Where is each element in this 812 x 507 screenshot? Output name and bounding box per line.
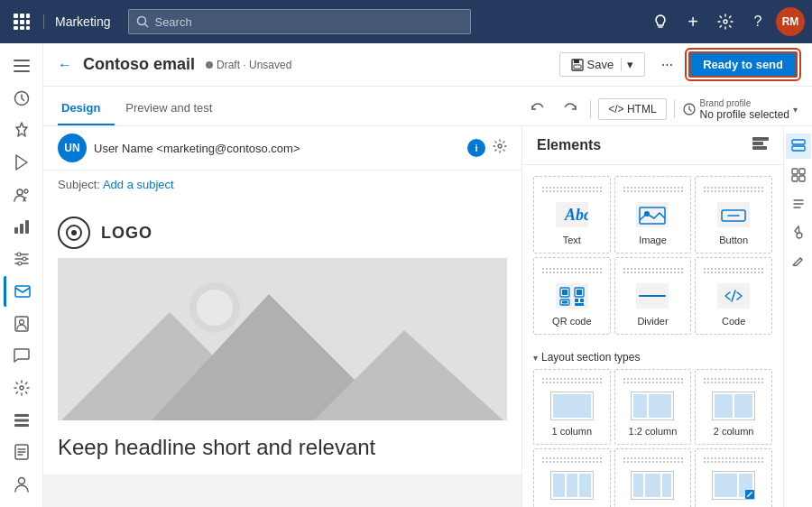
panel-header-icon[interactable]: [752, 137, 769, 153]
plus-icon[interactable]: +: [678, 7, 707, 36]
help-icon[interactable]: ?: [743, 7, 772, 36]
more-button[interactable]: ⋯: [652, 51, 681, 79]
redo-button[interactable]: [558, 97, 583, 122]
email-canvas[interactable]: UN User Name <marketing@contoso.com> i S…: [43, 126, 521, 507]
svg-point-17: [17, 189, 23, 195]
tab-design[interactable]: Design: [58, 92, 115, 125]
element-dots: [623, 186, 684, 193]
svg-rect-14: [14, 70, 30, 72]
subject-link[interactable]: Add a subject: [103, 178, 174, 191]
element-dots: [541, 186, 603, 193]
layout-chevron[interactable]: ▾: [533, 353, 538, 363]
lightbulb-icon[interactable]: [646, 7, 675, 36]
sidebar-item-play[interactable]: [4, 147, 40, 178]
sidebar-item-person[interactable]: [4, 469, 40, 500]
save-label: Save: [587, 58, 614, 71]
svg-rect-66: [580, 299, 584, 302]
elements-grid: Abc Text I: [522, 165, 783, 346]
sidebar-item-settings-bottom[interactable]: [4, 373, 40, 403]
email-settings-icon[interactable]: [493, 139, 507, 157]
header-bar: ← Contoso email Draft · Unsaved Save ▾ ⋯…: [43, 43, 812, 87]
element-qr[interactable]: QR code: [533, 257, 611, 335]
status-dot: [206, 61, 213, 69]
svg-line-10: [145, 24, 149, 28]
logo-area[interactable]: LOGO: [58, 198, 507, 258]
svg-rect-48: [752, 142, 763, 145]
layout-grid: 1 column 1:2 column: [522, 369, 783, 507]
layout-12col[interactable]: 1:2 column: [614, 369, 692, 445]
svg-point-22: [17, 253, 21, 256]
layout-12col-label: 1:2 column: [629, 426, 678, 437]
sidebar-item-recent[interactable]: [4, 83, 40, 114]
ready-to-send-button[interactable]: Ready to send: [688, 51, 798, 78]
svg-rect-12: [14, 60, 30, 61]
layout-dots: [703, 456, 764, 464]
element-text[interactable]: Abc Text: [533, 176, 611, 254]
undo-button[interactable]: [525, 97, 550, 122]
sidebar-item-segments[interactable]: [4, 244, 40, 274]
layout-1col[interactable]: 1 column: [533, 369, 611, 445]
sidebar-item-chart[interactable]: [4, 212, 40, 243]
logo-text: LOGO: [101, 224, 152, 243]
layout-col: [734, 394, 752, 418]
element-code[interactable]: Code: [695, 257, 772, 335]
layout-col: [567, 474, 578, 497]
rs-pencil-icon[interactable]: [786, 249, 811, 274]
settings-icon[interactable]: [711, 7, 740, 36]
svg-rect-31: [14, 424, 29, 427]
sidebar-item-list[interactable]: [4, 405, 40, 436]
tab-toolbar: </> HTML Brand profile No profile select…: [525, 97, 798, 122]
html-button[interactable]: </> HTML: [598, 98, 666, 120]
info-icon[interactable]: i: [467, 139, 485, 157]
layout-col: [633, 474, 642, 497]
sidebar-item-people[interactable]: [4, 180, 40, 210]
svg-rect-19: [14, 227, 18, 234]
layout-2col-label: 2 column: [714, 426, 754, 437]
element-dots: [541, 267, 603, 274]
svg-rect-13: [14, 65, 30, 67]
element-image[interactable]: Image: [614, 176, 692, 254]
save-button[interactable]: Save ▾: [559, 52, 646, 77]
element-divider-label: Divider: [637, 316, 668, 327]
layout-121col[interactable]: 1:2:1 column: [614, 448, 692, 507]
right-sidebar: [783, 126, 812, 507]
elements-panel-header: Elements: [522, 126, 783, 165]
search-box[interactable]: Search: [128, 9, 471, 34]
grid-menu-icon[interactable]: [7, 7, 36, 36]
svg-point-46: [197, 290, 233, 326]
status-badge: Draft · Unsaved: [206, 59, 291, 71]
sidebar-item-chat[interactable]: [4, 340, 40, 371]
element-button[interactable]: Button: [695, 176, 772, 254]
brand-profile-selector[interactable]: Brand profile No profile selected ▾: [682, 98, 798, 121]
left-sidebar: [0, 43, 43, 507]
sidebar-item-contacts[interactable]: [4, 309, 40, 339]
sidebar-item-report[interactable]: [4, 438, 40, 468]
rs-brush-icon[interactable]: [786, 220, 811, 245]
rs-list-icon[interactable]: [786, 191, 811, 217]
tab-bar: Design Preview and test </> HTML: [43, 87, 812, 126]
back-button[interactable]: ←: [58, 57, 72, 73]
placeholder-image[interactable]: [58, 258, 507, 420]
rs-layers-icon[interactable]: [786, 134, 811, 159]
app-name: Marketing: [43, 14, 121, 29]
tab-preview[interactable]: Preview and test: [122, 92, 226, 125]
top-nav: Marketing Search + ? RM: [0, 0, 812, 43]
layout-col-sm: [633, 394, 647, 418]
svg-rect-21: [25, 220, 29, 234]
svg-rect-7: [20, 26, 24, 30]
layout-3col-preview: [550, 471, 594, 500]
save-dropdown-icon[interactable]: ▾: [621, 58, 633, 71]
image-element-icon: [634, 200, 670, 229]
layout-3col[interactable]: 3 column: [533, 448, 611, 507]
sidebar-item-menu[interactable]: [4, 51, 40, 81]
rs-components-icon[interactable]: [786, 162, 811, 188]
content-split: UN User Name <marketing@contoso.com> i S…: [43, 126, 812, 507]
layout-21col[interactable]: 2:1 column: [695, 448, 772, 507]
layout-12col-preview: [631, 392, 674, 420]
user-avatar[interactable]: RM: [776, 7, 805, 36]
element-divider[interactable]: Divider: [614, 257, 692, 335]
layout-dots: [703, 377, 764, 384]
sidebar-item-pin[interactable]: [4, 115, 40, 145]
sidebar-item-email[interactable]: [4, 276, 40, 307]
layout-2col[interactable]: 2 column: [695, 369, 772, 445]
